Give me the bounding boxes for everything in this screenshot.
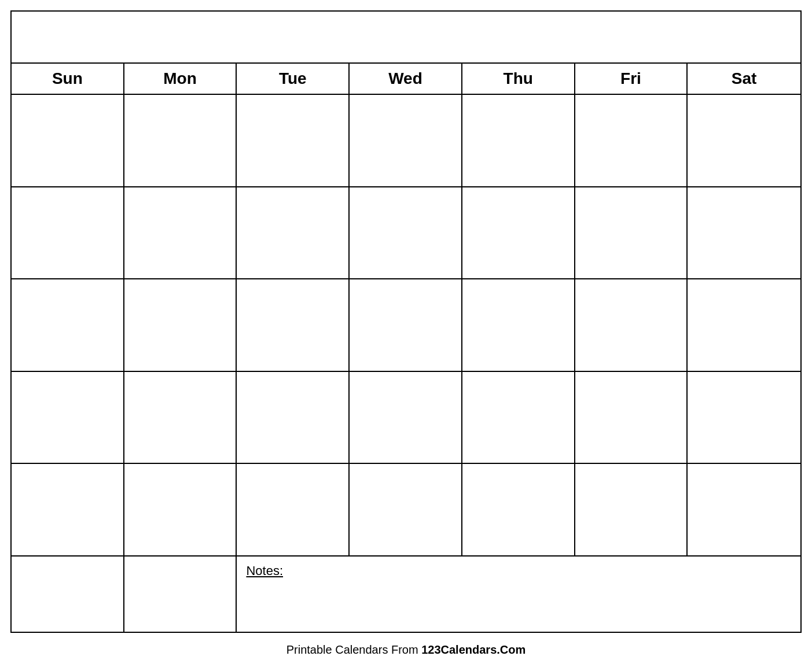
cell-r2-mon (124, 187, 237, 279)
calendar-grid: Notes: (12, 95, 800, 632)
calendar-row-1 (12, 95, 800, 187)
page-wrapper: Sun Mon Tue Wed Thu Fri Sat (0, 0, 812, 667)
header-thu: Thu (462, 64, 575, 94)
header-sat: Sat (688, 64, 800, 94)
cell-r1-fri (575, 95, 688, 186)
header-wed: Wed (350, 64, 462, 94)
cell-r2-sun (12, 187, 124, 279)
calendar-row-3 (12, 279, 800, 372)
cell-r4-mon (124, 372, 237, 463)
cell-r2-wed (350, 187, 462, 279)
footer-text-bold: 123Calendars.Com (421, 643, 526, 656)
cell-r1-thu (462, 95, 575, 186)
calendar-row-4 (12, 372, 800, 465)
cell-r4-tue (237, 372, 350, 463)
header-row: Sun Mon Tue Wed Thu Fri Sat (12, 64, 800, 95)
cell-r3-thu (462, 279, 575, 371)
cell-r5-fri (575, 464, 688, 555)
cell-r3-sun (12, 279, 124, 371)
notes-content: Notes: (237, 557, 800, 632)
cell-r4-sun (12, 372, 124, 463)
cell-r3-sat (688, 279, 800, 371)
cell-r3-wed (350, 279, 462, 371)
cell-r5-thu (462, 464, 575, 555)
cell-r1-tue (237, 95, 350, 186)
cell-r5-wed (350, 464, 462, 555)
cell-r5-sat (688, 464, 800, 555)
title-row (12, 12, 800, 64)
footer-text-normal: Printable Calendars From (286, 643, 421, 656)
cell-r2-fri (575, 187, 688, 279)
cell-r2-thu (462, 187, 575, 279)
header-sun: Sun (12, 64, 124, 94)
cell-r3-fri (575, 279, 688, 371)
cell-r3-mon (124, 279, 237, 371)
cell-r2-sat (688, 187, 800, 279)
calendar-row-5 (12, 464, 800, 557)
notes-label: Notes: (246, 563, 283, 578)
calendar-container: Sun Mon Tue Wed Thu Fri Sat (10, 10, 802, 633)
cell-r5-mon (124, 464, 237, 555)
cell-r1-mon (124, 95, 237, 186)
cell-r4-sat (688, 372, 800, 463)
notes-row: Notes: (12, 557, 800, 632)
header-mon: Mon (124, 64, 237, 94)
cell-r5-sun (12, 464, 124, 555)
calendar-row-2 (12, 187, 800, 280)
cell-r1-wed (350, 95, 462, 186)
header-fri: Fri (575, 64, 688, 94)
cell-r5-tue (237, 464, 350, 555)
footer: Printable Calendars From 123Calendars.Co… (286, 639, 526, 661)
cell-r1-sun (12, 95, 124, 186)
notes-cell-mon (124, 557, 237, 632)
cell-r4-wed (350, 372, 462, 463)
cell-r1-sat (688, 95, 800, 186)
cell-r3-tue (237, 279, 350, 371)
cell-r2-tue (237, 187, 350, 279)
cell-r4-thu (462, 372, 575, 463)
notes-cell-sun (12, 557, 124, 632)
header-tue: Tue (237, 64, 350, 94)
cell-r4-fri (575, 372, 688, 463)
